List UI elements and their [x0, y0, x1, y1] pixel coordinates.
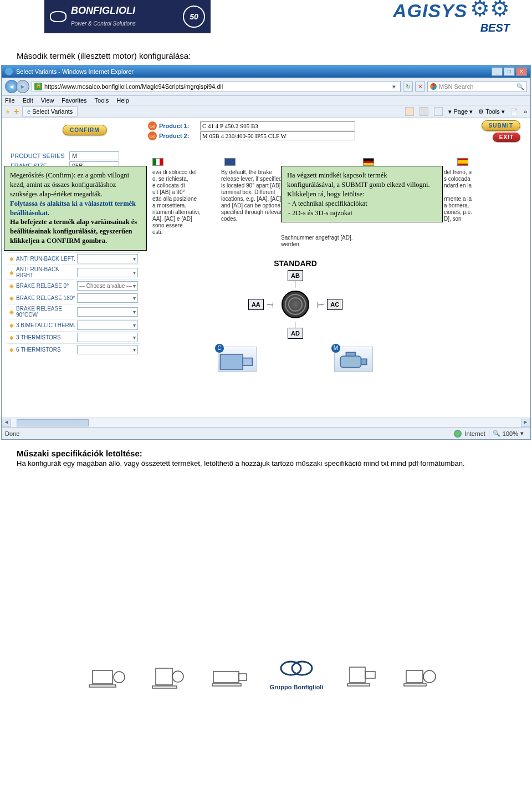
opt-label: 6 THERMISTORS [16, 347, 77, 353]
opt-label: 3 THERMISTORS [16, 334, 77, 340]
motor-card[interactable]: M [334, 347, 373, 372]
horizontal-scrollbar[interactable]: ◄ ► [2, 418, 530, 427]
svg-rect-4 [346, 352, 355, 356]
opt-select[interactable]: ▾ [77, 345, 138, 354]
bullet-icon: ◆ [9, 334, 14, 340]
menu-tools[interactable]: Tools [95, 97, 109, 104]
chevron-down-icon: ▾ [133, 347, 136, 353]
forward-button[interactable]: ► [16, 80, 29, 93]
opt-select[interactable]: ▾ [77, 254, 138, 263]
svg-rect-5 [93, 670, 112, 684]
flag-uk-icon[interactable] [224, 158, 236, 166]
footer-gearbox-3-icon [209, 663, 253, 690]
opt-select[interactable]: ▾ [77, 321, 138, 330]
opt-label: ANTI RUN-BACK RIGHT [16, 266, 77, 278]
product-1-value[interactable]: C 41 4 P 450.2 S05 B3 [200, 121, 355, 130]
menu-help[interactable]: Help [116, 97, 129, 104]
product-series-select[interactable]: M [69, 151, 119, 160]
gearbox-card[interactable]: C [218, 347, 257, 372]
address-dropdown-icon[interactable]: ▾ [390, 83, 398, 90]
options-list: ◆ANTI RUN-BACK LEFT.▾ ◆ANTI RUN-BACK RIG… [7, 252, 140, 355]
callout-submit-li2: 2D-s és 3D-s rajzokat [295, 209, 437, 218]
home-icon[interactable] [405, 107, 414, 116]
add-favorite-icon[interactable]: ✚ [14, 108, 19, 115]
motor-hub-icon [282, 291, 309, 318]
exit-button[interactable]: EXIT [493, 133, 520, 142]
opt-label: BRAKE RELEASE 0° [16, 283, 77, 289]
flag-it-icon[interactable] [152, 158, 163, 166]
callout-submit-li1: A technikai specifikációkat [295, 199, 437, 209]
search-provider-icon [430, 83, 437, 90]
zoom-control[interactable]: 🔍 100% ▾ [489, 430, 527, 437]
submit-button[interactable]: SUBMIT [482, 120, 520, 131]
scroll-right-button[interactable]: ► [521, 419, 530, 427]
stop-button[interactable]: ✕ [415, 82, 425, 92]
scroll-track[interactable] [11, 419, 521, 427]
product-1-row: Go Product 1: C 41 4 P 450.2 S05 B3 [148, 121, 528, 130]
opt-select[interactable]: ▾ [77, 268, 138, 277]
search-go-icon[interactable]: 🔍 [516, 83, 524, 90]
opt-select[interactable]: ▾ [77, 293, 138, 303]
address-bar[interactable]: 🔒 https://www.mosaico.bonfiglioli.com/Ma… [32, 81, 401, 92]
opt-select[interactable]: ▾ [77, 307, 138, 317]
product-series-label: PRODUCT SERIES [11, 153, 66, 159]
flag-de-icon[interactable] [363, 158, 374, 166]
scroll-thumb[interactable] [17, 419, 89, 426]
motor-badge: M [331, 344, 340, 353]
menu-view[interactable]: View [41, 97, 54, 104]
go-icon[interactable]: Go [148, 131, 157, 140]
svg-rect-3 [361, 359, 367, 364]
feeds-icon[interactable] [420, 107, 428, 116]
opt-label: ANTI RUN-BACK LEFT. [16, 256, 77, 262]
go-icon[interactable]: Go [148, 121, 157, 130]
footer-gearbox-4-icon [340, 663, 384, 690]
opt-label: BRAKE RELEASE 90°CCW [16, 306, 77, 318]
zoom-icon: 🔍 [493, 430, 500, 437]
search-box[interactable]: MSN Search 🔍 [427, 82, 527, 92]
bullet-icon: ◆ [9, 283, 14, 289]
bonfiglioli-logo-icon [50, 11, 66, 22]
svg-rect-11 [213, 672, 239, 683]
svg-point-15 [292, 662, 312, 675]
zoom-value: 100% [503, 430, 518, 437]
opt-select[interactable]: ▾ [77, 333, 138, 342]
menu-edit[interactable]: Edit [23, 97, 33, 104]
flag-es-icon[interactable] [457, 158, 468, 166]
minimize-button[interactable]: _ [492, 67, 503, 76]
section-1-title: Második termék (illesztett motor) konfig… [0, 45, 532, 62]
scroll-left-button[interactable]: ◄ [2, 419, 11, 427]
bullet-icon: ◆ [9, 347, 14, 353]
toolbar-more[interactable]: » [524, 108, 527, 115]
footer-gearbox-1-icon [87, 663, 131, 690]
callout-confirm-p3: Ha befejezte a termék alap variánsainak … [10, 218, 137, 245]
pdf-icon[interactable]: 📄 [510, 108, 518, 115]
menu-favorites[interactable]: Favorites [62, 97, 86, 104]
status-done: Done [5, 430, 19, 437]
diagram-standard-label: STANDARD [207, 259, 384, 268]
ssl-lock-icon: 🔒 [34, 83, 42, 90]
browser-tab[interactable]: e Select Variants [22, 106, 78, 116]
page-menu[interactable]: ▾ Page ▾ [448, 108, 473, 115]
chevron-down-icon: ▾ [133, 322, 136, 328]
favorites-star-icon[interactable]: ★ [5, 108, 11, 115]
diagram-node-aa: AA [248, 299, 264, 310]
agisys-logo: AGISYS ⚙⚙ BEST [393, 0, 510, 34]
svg-rect-12 [239, 674, 247, 680]
confirm-button[interactable]: CONFIRM [63, 125, 107, 135]
maximize-button[interactable]: □ [504, 67, 515, 76]
svg-rect-8 [156, 668, 172, 685]
tools-menu[interactable]: ⚙ Tools ▾ [478, 108, 505, 115]
ie-icon [5, 68, 13, 75]
footer-gearbox-5-icon [401, 663, 445, 690]
opt-select[interactable]: --- Choose a value ---▾ [77, 281, 138, 291]
page-header: BONFIGLIOLI Power & Control Solutions 50… [0, 0, 532, 45]
product-2-value[interactable]: M 05B 4 230/400-50 IP55 CLF W [200, 131, 355, 140]
menu-file[interactable]: File [5, 97, 15, 104]
close-button[interactable]: ✕ [516, 67, 527, 76]
window-titlebar: Select Variants - Windows Internet Explo… [2, 65, 530, 78]
print-icon[interactable] [434, 107, 443, 116]
chevron-down-icon: ▾ [520, 430, 524, 437]
opt-label: BRAKE RELEASE 180° [16, 295, 77, 301]
bullet-icon: ◆ [9, 322, 14, 328]
refresh-button[interactable]: ↻ [403, 82, 413, 92]
